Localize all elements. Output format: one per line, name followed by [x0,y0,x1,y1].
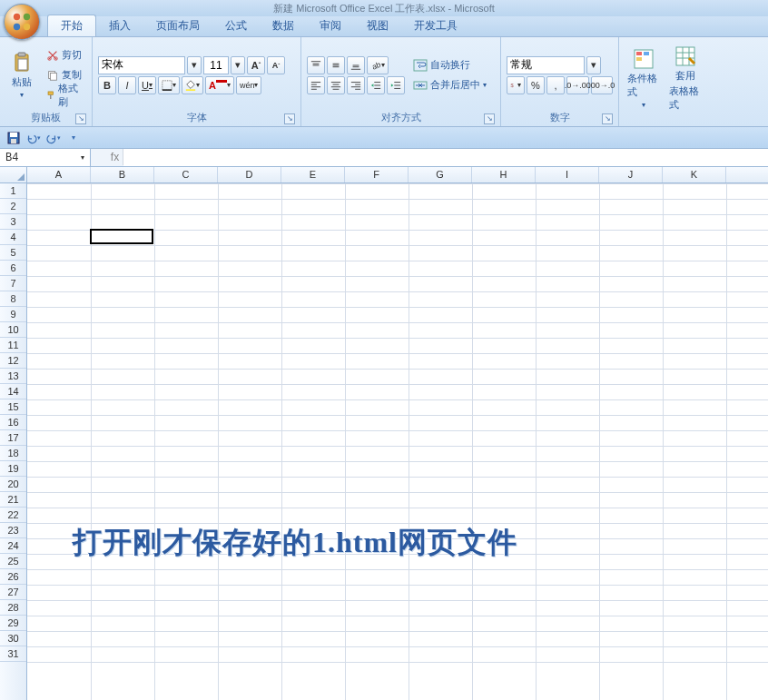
cut-button[interactable]: 剪切 [42,46,86,64]
row-header[interactable]: 26 [0,569,26,585]
column-header[interactable]: K [663,167,726,182]
align-left-button[interactable] [307,76,325,94]
column-header[interactable]: C [154,167,218,182]
row-header[interactable]: 2 [0,199,26,214]
pinyin-button[interactable]: wén▾ [236,76,262,94]
row-header[interactable]: 13 [0,369,26,384]
percent-button[interactable]: % [527,76,545,94]
row-header[interactable]: 18 [0,446,26,461]
fill-color-button[interactable]: ▾ [182,76,203,94]
select-all-corner[interactable] [0,167,27,182]
orientation-button[interactable]: ab▾ [367,56,389,74]
row-header[interactable]: 15 [0,399,26,415]
column-header[interactable]: E [281,167,345,182]
column-header[interactable]: G [409,167,472,182]
shrink-font-button[interactable]: Aˇ [267,56,285,74]
row-header[interactable]: 3 [0,214,26,230]
tab-1[interactable]: 插入 [96,15,143,36]
bold-button[interactable]: B [98,76,116,94]
row-header[interactable]: 25 [0,554,26,569]
currency-button[interactable]: $▾ [507,76,525,94]
row-header[interactable]: 30 [0,631,26,646]
font-color-button[interactable]: A▾ [205,76,234,94]
tab-0[interactable]: 开始 [47,15,96,36]
increase-indent-button[interactable] [387,76,405,94]
row-header[interactable]: 29 [0,616,26,631]
tab-6[interactable]: 视图 [354,15,401,36]
font-size-input[interactable] [203,56,229,74]
font-size-dropdown[interactable]: ▾ [231,56,245,74]
row-header[interactable]: 11 [0,338,26,353]
format-painter-button[interactable]: 格式刷 [42,86,86,104]
undo-button[interactable]: ▾ [25,130,42,146]
row-header[interactable]: 19 [0,461,26,477]
alignment-launcher[interactable]: ↘ [484,113,495,124]
paste-button[interactable]: 粘贴 ▾ [5,41,38,109]
row-header[interactable]: 16 [0,415,26,430]
column-header[interactable]: I [536,167,599,182]
conditional-format-button[interactable]: 条件格式 ▾ [625,41,663,116]
row-header[interactable]: 21 [0,492,26,508]
row-header[interactable]: 8 [0,291,26,307]
align-middle-button[interactable] [327,56,345,74]
wrap-text-button[interactable]: 自动换行 [409,56,475,74]
row-header[interactable]: 12 [0,353,26,369]
row-header[interactable]: 23 [0,523,26,538]
cell-grid[interactable]: 打开刚才保存好的1.html网页文件 [27,183,768,700]
clipboard-launcher[interactable]: ↘ [75,113,86,124]
tab-7[interactable]: 开发工具 [401,15,470,36]
name-box[interactable]: B4 ▾ [0,149,91,166]
row-header[interactable]: 27 [0,585,26,600]
tab-2[interactable]: 页面布局 [143,15,212,36]
decrease-decimal-button[interactable]: .00→.0 [591,76,614,94]
column-header[interactable]: H [472,167,536,182]
tab-4[interactable]: 数据 [260,15,307,36]
number-format-input[interactable] [507,56,585,74]
number-launcher[interactable]: ↘ [602,113,613,124]
font-name-input[interactable] [98,56,185,74]
row-header[interactable]: 22 [0,508,26,523]
qat-customize-button[interactable]: ▾ [65,130,82,146]
insert-function-button[interactable]: fx [107,149,123,165]
italic-button[interactable]: I [118,76,136,94]
increase-decimal-button[interactable]: .0→.00 [566,76,589,94]
redo-button[interactable]: ▾ [45,130,62,146]
row-header[interactable]: 4 [0,230,26,245]
border-button[interactable]: ▾ [158,76,180,94]
column-header[interactable]: B [91,167,154,182]
underline-button[interactable]: U ▾ [138,76,156,94]
align-top-button[interactable] [307,56,325,74]
font-launcher[interactable]: ↘ [284,113,295,124]
tab-3[interactable]: 公式 [212,15,260,36]
align-bottom-button[interactable] [347,56,365,74]
row-header[interactable]: 28 [0,600,26,616]
grow-font-button[interactable]: Aˆ [247,56,265,74]
row-header[interactable]: 5 [0,245,26,261]
table-format-button[interactable]: 套用 表格格式 [666,41,704,116]
column-header[interactable]: F [345,167,409,182]
row-header[interactable]: 17 [0,430,26,446]
row-header[interactable]: 6 [0,261,26,276]
align-right-button[interactable] [347,76,365,94]
decrease-indent-button[interactable] [367,76,385,94]
row-header[interactable]: 24 [0,538,26,554]
column-header[interactable]: A [27,167,91,182]
save-button[interactable] [5,130,22,146]
row-header[interactable]: 1 [0,183,26,199]
formula-input[interactable] [123,150,768,166]
row-header[interactable]: 7 [0,276,26,291]
align-center-button[interactable] [327,76,345,94]
font-name-dropdown[interactable]: ▾ [187,56,202,74]
office-button[interactable] [4,4,40,40]
row-header[interactable]: 9 [0,307,26,322]
comma-button[interactable]: , [546,76,565,94]
row-header[interactable]: 20 [0,477,26,492]
column-header[interactable]: D [218,167,281,182]
row-header[interactable]: 14 [0,384,26,399]
tab-5[interactable]: 审阅 [307,15,354,36]
row-header[interactable]: 10 [0,322,26,338]
column-header[interactable]: J [599,167,663,182]
row-header[interactable]: 31 [0,646,26,662]
number-format-dropdown[interactable]: ▾ [586,56,601,74]
merge-center-button[interactable]: 合并后居中▾ [409,76,491,94]
